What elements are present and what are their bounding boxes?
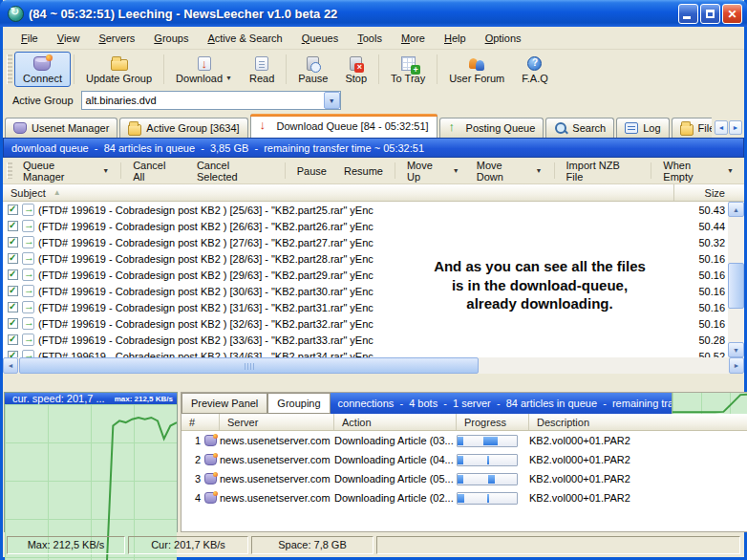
download-arrow-icon <box>259 120 272 132</box>
faq-button[interactable]: F.A.Q <box>513 52 557 87</box>
import-nzb-button[interactable]: Import NZB File <box>558 160 649 182</box>
number-column-header[interactable]: # <box>181 414 220 430</box>
menu-active-search[interactable]: Active & Search <box>199 30 290 47</box>
connect-button[interactable]: Connect <box>14 52 71 87</box>
panel-splitter[interactable] <box>3 374 744 392</box>
table-row[interactable]: (FTD# 199619 - Cobradesign post KB2 ) [3… <box>3 315 728 332</box>
read-button[interactable]: Read <box>241 52 283 87</box>
close-button[interactable]: ✕ <box>722 4 742 24</box>
toolbar-grip[interactable] <box>7 162 12 179</box>
horizontal-scrollbar[interactable]: ◄ ► <box>3 357 744 374</box>
download-dropdown-icon[interactable]: ▼ <box>225 75 232 81</box>
folder-icon <box>128 124 141 136</box>
row-checkbox[interactable] <box>8 237 18 248</box>
queue-toolbar: Queue Manager▼ Cancel All Cancel Selecte… <box>3 158 744 184</box>
tab-download-queue[interactable]: Download Queue [84 - 05:32:51] <box>250 114 438 138</box>
vertical-scrollbar[interactable]: ▲ ▼ <box>728 202 744 357</box>
cancel-all-button[interactable]: Cancel All <box>124 160 188 182</box>
queue-table: (FTD# 199619 - Cobradesign post KB2 ) [2… <box>3 202 744 357</box>
queued-item-icon <box>22 204 34 216</box>
row-checkbox[interactable] <box>8 205 18 215</box>
tab-scroll-left-icon[interactable]: ◄ <box>715 120 728 135</box>
description-column-header[interactable]: Description <box>529 414 747 430</box>
menu-help[interactable]: Help <box>436 30 475 47</box>
mini-speed-graph <box>672 393 747 414</box>
menu-file[interactable]: File <box>12 30 47 47</box>
toolbar-grip[interactable] <box>7 54 12 84</box>
menu-queues[interactable]: Queues <box>293 30 348 47</box>
tab-scroll-right-icon[interactable]: ► <box>729 120 742 135</box>
progress-bar <box>457 492 518 505</box>
action-column-header[interactable]: Action <box>334 414 457 430</box>
row-checkbox[interactable] <box>8 286 18 296</box>
connection-row[interactable]: 4 news.usenetserver.com Downloading Arti… <box>181 488 747 507</box>
connection-row[interactable]: 2 news.usenetserver.com Downloading Arti… <box>181 450 747 469</box>
connection-row[interactable]: 3 news.usenetserver.com Downloading Arti… <box>181 469 747 488</box>
pause-queue-button[interactable]: Pause <box>288 160 335 182</box>
active-group-combobox[interactable]: alt.binaries.dvd ▼ <box>81 91 341 110</box>
table-row[interactable]: (FTD# 199619 - Cobradesign post KB2 ) [3… <box>3 332 728 348</box>
scroll-left-icon[interactable]: ◄ <box>3 357 18 374</box>
menu-groups[interactable]: Groups <box>145 30 197 47</box>
disk-space-panel: Space: 7,8 GB <box>251 536 374 554</box>
stop-button[interactable]: Stop <box>336 52 375 87</box>
table-row[interactable]: (FTD# 199619 - Cobradesign post KB2 ) [2… <box>3 234 728 250</box>
row-checkbox[interactable] <box>8 269 18 280</box>
row-checkbox[interactable] <box>8 221 18 231</box>
to-tray-button[interactable]: To Tray <box>382 52 434 87</box>
scroll-right-icon[interactable]: ► <box>729 357 744 374</box>
minimize-button[interactable] <box>678 4 698 24</box>
download-button[interactable]: Download▼ <box>167 52 241 87</box>
tab-file-manager[interactable]: File Manager <box>672 118 712 138</box>
table-row[interactable]: (FTD# 199619 - Cobradesign post KB2 ) [2… <box>3 218 728 234</box>
row-checkbox[interactable] <box>8 253 18 264</box>
table-row[interactable]: (FTD# 199619 - Cobradesign post KB2 ) [2… <box>3 202 728 218</box>
move-up-button[interactable]: Move Up▼ <box>398 160 468 182</box>
tab-active-group[interactable]: Active Group [3634] <box>119 118 247 138</box>
menu-more[interactable]: More <box>393 30 434 47</box>
cancel-selected-button[interactable]: Cancel Selected <box>188 160 282 182</box>
upload-arrow-icon <box>448 122 461 134</box>
resume-queue-button[interactable]: Resume <box>335 160 392 182</box>
menu-tools[interactable]: Tools <box>349 30 391 47</box>
preview-panel-button[interactable]: Preview Panel <box>181 393 267 414</box>
table-row[interactable]: (FTD# 199619 - Cobradesign post KB2 ) [3… <box>3 348 728 357</box>
connection-row[interactable]: 1 news.usenetserver.com Downloading Arti… <box>181 431 747 450</box>
row-checkbox[interactable] <box>8 351 18 357</box>
chevron-down-icon[interactable]: ▼ <box>324 92 340 109</box>
active-group-label: Active Group <box>12 95 74 106</box>
progress-bar <box>457 454 518 466</box>
row-checkbox[interactable] <box>8 318 18 329</box>
queue-manager-button[interactable]: Queue Manager▼ <box>14 160 117 182</box>
move-down-button[interactable]: Move Down▼ <box>468 160 551 182</box>
current-speed-panel: Cur: 201,7 KB/s <box>128 536 248 554</box>
progress-column-header[interactable]: Progress <box>457 414 529 430</box>
scrollbar-thumb[interactable] <box>19 357 479 374</box>
tab-usenet-manager[interactable]: Usenet Manager <box>5 118 117 138</box>
tab-log[interactable]: Log <box>616 118 669 138</box>
user-forum-button[interactable]: User Forum <box>440 52 513 87</box>
when-empty-button[interactable]: When Empty▼ <box>654 160 742 182</box>
size-column-header[interactable]: Size <box>673 184 744 201</box>
menu-view[interactable]: View <box>49 30 89 47</box>
speed-graph-header: cur. speed: 201,7 ... max: 212,5 KB/s <box>5 393 177 404</box>
update-group-button[interactable]: Update Group <box>77 52 160 87</box>
row-checkbox[interactable] <box>8 334 18 345</box>
subject-column-header[interactable]: Subject ▲ <box>3 184 673 201</box>
status-filler-panel <box>376 536 740 554</box>
menu-servers[interactable]: Servers <box>90 30 143 47</box>
scrollbar-thumb[interactable] <box>728 263 744 309</box>
grouping-button[interactable]: Grouping <box>267 393 330 414</box>
queued-item-icon <box>22 236 34 248</box>
pause-button[interactable]: Pause <box>289 52 336 87</box>
menu-options[interactable]: Options <box>477 30 530 47</box>
tab-search[interactable]: Search <box>545 118 614 138</box>
maximize-button[interactable] <box>700 4 720 24</box>
scroll-down-icon[interactable]: ▼ <box>728 342 744 357</box>
current-speed-label: cur. speed: 201,7 ... <box>12 393 115 404</box>
scroll-up-icon[interactable]: ▲ <box>728 202 744 217</box>
connect-icon <box>33 56 51 71</box>
server-column-header[interactable]: Server <box>220 414 334 430</box>
row-checkbox[interactable] <box>8 302 18 312</box>
tab-posting-queue[interactable]: Posting Queue <box>439 118 544 138</box>
